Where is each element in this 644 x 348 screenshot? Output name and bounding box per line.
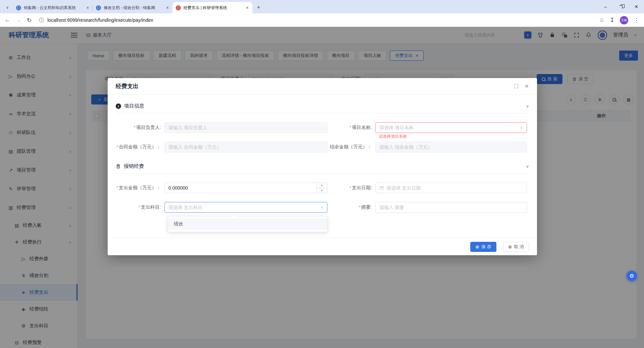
pay-subject-select[interactable]: ∧ [164, 202, 327, 213]
summary-field[interactable] [379, 205, 523, 210]
project-name-error: 请选择项目名称 [379, 134, 407, 139]
field-label: *支出日期: [329, 185, 375, 191]
field-project-leader: *项目负责人: [116, 122, 329, 133]
field-label: *项目负责人: [116, 125, 164, 131]
project-info-form: *项目负责人: *项目名称: ∨ 请选择项目名称 *合同金额（万元）： 结 [116, 114, 529, 152]
balance-amount-field[interactable] [379, 144, 523, 150]
field-contract-amount: *合同金额（万元）： [116, 142, 329, 152]
new-tab-button[interactable]: + [254, 3, 263, 12]
browser-addressbar: ← → ↻ ⓘ localhost:6099/research/funding/… [0, 13, 644, 27]
restore-icon [620, 5, 623, 8]
section-collapse-icon[interactable]: ∨ [526, 104, 529, 109]
field-label-text: 项目名称: [352, 125, 372, 130]
field-label-text: 支出日期: [352, 185, 372, 190]
field-pay-date: *支出日期: [329, 183, 529, 193]
tab-close-icon[interactable]: ✕ [246, 6, 249, 10]
field-label: *支出科目: [116, 204, 164, 210]
forward-icon[interactable]: → [16, 17, 21, 23]
save-button[interactable]: ⊕保 存 [470, 242, 496, 252]
spinner-down-icon[interactable]: ∨ [317, 188, 327, 193]
modal-fullscreen-icon[interactable] [514, 84, 519, 89]
favicon-icon [96, 5, 101, 10]
field-label: *合同金额（万元）： [116, 144, 164, 150]
project-name-select[interactable]: ∨ [375, 122, 527, 133]
circle-plus-icon: ⊕ [475, 245, 479, 249]
field-label-text: 项目负责人: [136, 125, 161, 130]
browser-tab[interactable]: 锦集网 - 云文档和知识库系统 ✕ [13, 2, 93, 13]
required-star: * [139, 205, 140, 210]
modal-close-icon[interactable]: ✕ [525, 83, 529, 89]
url-text: localhost:6099/research/funding/execute/… [47, 17, 153, 23]
project-name-field[interactable] [379, 125, 517, 130]
cancel-button[interactable]: ⊗取 消 [503, 242, 529, 252]
circle-close-icon: ⊗ [508, 245, 512, 249]
favicon-icon [176, 5, 181, 10]
browser-profile-avatar[interactable]: 文彬 [620, 16, 628, 24]
required-star: * [116, 144, 118, 149]
summary-input[interactable] [375, 202, 527, 213]
pay-date-input[interactable] [375, 183, 527, 193]
field-label: *支出金额（万元）： [116, 185, 164, 191]
expense-modal: 经费支出 ✕ i 项目信息 ∨ *项目负责人: *项目名称: [108, 78, 537, 255]
required-star: * [350, 125, 351, 130]
bookmark-star-icon[interactable]: ☆ [599, 17, 604, 24]
site-info-icon[interactable]: ⓘ [39, 17, 44, 23]
section-title: 项目信息 [124, 103, 144, 109]
required-star: * [350, 185, 351, 190]
downloads-icon[interactable]: ↧ [610, 17, 614, 24]
spinner-up-icon[interactable]: ∧ [317, 183, 327, 188]
balance-amount-input[interactable] [375, 142, 527, 152]
browser-menu-icon[interactable]: ⋮ [634, 17, 639, 24]
subject-dropdown: 绩效 [168, 216, 327, 232]
pay-date-field[interactable] [386, 185, 523, 191]
modal-body: i 项目信息 ∨ *项目负责人: *项目名称: ∨ 请选择项目名称 [108, 103, 537, 213]
tab-close-icon[interactable]: ✕ [86, 6, 89, 10]
section-title: 报销经费 [124, 163, 144, 169]
settings-fab[interactable]: ⚙ [627, 271, 637, 281]
project-leader-input[interactable] [164, 122, 327, 133]
contract-amount-field[interactable] [168, 144, 323, 150]
required-star: * [359, 205, 361, 210]
field-summary: *摘要: [329, 202, 529, 213]
contract-amount-input[interactable] [164, 142, 327, 152]
chevron-up-icon: ∧ [320, 205, 323, 210]
tab-search-chevron-icon[interactable]: ∨ [3, 3, 12, 12]
number-spinner: ∧∨ [316, 183, 327, 193]
clipboard-icon [116, 164, 121, 169]
reload-icon[interactable]: ↻ [27, 17, 32, 24]
tab-close-icon[interactable]: ✕ [166, 6, 169, 10]
info-icon: i [116, 103, 121, 109]
url-bar[interactable]: ⓘ localhost:6099/research/funding/execut… [37, 15, 594, 25]
field-label-text: 支出科目: [141, 204, 161, 210]
dropdown-option[interactable]: 绩效 [168, 218, 327, 230]
section-expense: 报销经费 ∨ [116, 163, 529, 174]
pay-amount-input[interactable]: ∧∨ [164, 183, 327, 193]
minimize-button[interactable]: – [598, 0, 613, 13]
close-button[interactable]: ✕ [629, 0, 644, 13]
browser-tab[interactable]: 修改文档 - 绩效分割 - 锦集网 ✕ [93, 2, 172, 13]
expense-form: *支出金额（万元）： ∧∨ *支出日期: *支出科目: [116, 174, 529, 213]
back-icon[interactable]: ← [5, 17, 10, 23]
field-label: *摘要: [329, 204, 375, 210]
field-project-name: *项目名称: ∨ 请选择项目名称 [329, 122, 529, 133]
gear-icon: ⚙ [629, 273, 634, 279]
field-label-text: 合同金额（万元）： [119, 144, 161, 149]
field-label: 结余金额（万元）： [329, 144, 375, 150]
browser-tab-title: 修改文档 - 绩效分割 - 锦集网 [104, 5, 163, 11]
field-balance-amount: 结余金额（万元）： [329, 142, 529, 152]
save-button-label: 保 存 [481, 244, 491, 250]
project-leader-field[interactable] [168, 125, 323, 130]
modal-tools: ✕ [514, 83, 529, 89]
modal-header: 经费支出 ✕ [108, 78, 537, 95]
restore-button[interactable] [613, 0, 629, 13]
section-collapse-icon[interactable]: ∨ [526, 164, 529, 169]
cancel-button-label: 取 消 [514, 244, 524, 250]
chevron-down-icon: ∨ [520, 125, 523, 130]
browser-tab-active[interactable]: 经费支出 | 科研管理系统 ✕ [172, 2, 252, 13]
window-controls: – ✕ [598, 0, 644, 13]
pay-subject-field[interactable] [168, 205, 318, 210]
browser-tab-title: 锦集网 - 云文档和知识库系统 [24, 5, 84, 11]
pay-amount-field[interactable] [168, 185, 314, 191]
field-label-text: 结余金额（万元）： [330, 144, 372, 149]
field-pay-amount: *支出金额（万元）： ∧∨ [116, 183, 329, 193]
